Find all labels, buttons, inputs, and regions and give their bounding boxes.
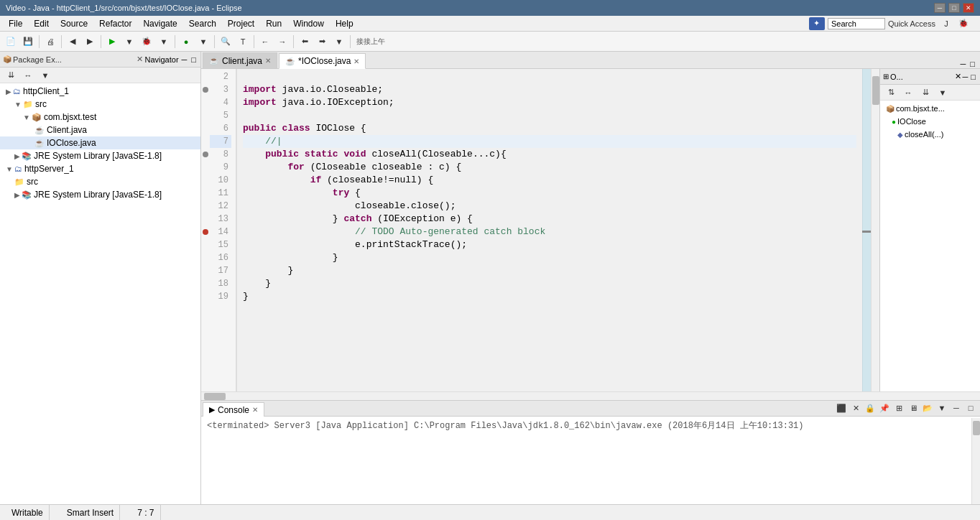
- con-show-console-btn[interactable]: 🖥: [907, 401, 920, 414]
- maximize-left-btn[interactable]: □: [190, 55, 198, 64]
- console-vscroll[interactable]: [971, 418, 980, 504]
- debug-btn[interactable]: 🐞: [139, 34, 154, 50]
- close-left-panel[interactable]: ✕: [137, 55, 143, 64]
- con-scroll-lock-btn[interactable]: 🔒: [864, 401, 877, 414]
- collapse-all-btn[interactable]: ⇊: [3, 68, 19, 83]
- min-right-panel[interactable]: ─: [961, 73, 970, 81]
- code-content[interactable]: import java.io.Closeable; import java.io…: [237, 69, 862, 391]
- con-maximize-btn[interactable]: □: [964, 401, 977, 414]
- tree-item-src2[interactable]: 📁 src: [0, 175, 200, 188]
- tree-item-jre1[interactable]: ▶ 📚 JRE System Library [JavaSE-1.8]: [0, 149, 200, 162]
- menu-run[interactable]: Run: [260, 17, 287, 30]
- pkg-menu-btn[interactable]: ▼: [37, 68, 53, 83]
- sep3: [101, 35, 101, 48]
- tab-ioclosejava[interactable]: ☕ *IOClose.java ✕: [279, 53, 366, 69]
- next-edit-btn[interactable]: →: [274, 34, 290, 50]
- outline-menu-btn[interactable]: ▼: [935, 85, 951, 101]
- con-clear-btn[interactable]: ✕: [849, 401, 862, 414]
- vscroll-thumb[interactable]: [872, 76, 879, 105]
- rt-item-package[interactable]: 📦 com.bjsxt.te...: [880, 102, 980, 115]
- con-minimize-btn[interactable]: ─: [950, 401, 963, 414]
- fwd-btn[interactable]: ➡: [314, 34, 330, 50]
- console-tab-close[interactable]: ✕: [252, 406, 258, 414]
- console-content[interactable]: <terminated> Server3 [Java Application] …: [201, 417, 980, 504]
- max-right-panel[interactable]: □: [969, 73, 977, 81]
- menu-edit[interactable]: Edit: [28, 17, 55, 30]
- outline-sync-btn[interactable]: ↔: [900, 85, 916, 101]
- con-open-console-btn[interactable]: ⊞: [892, 401, 905, 414]
- menu-help[interactable]: Help: [330, 17, 359, 30]
- tree-item-package[interactable]: ▼ 📦 com.bjsxt.test: [0, 111, 200, 124]
- editor-vscroll[interactable]: [871, 69, 879, 391]
- minimize-button[interactable]: ─: [934, 3, 946, 13]
- back-btn[interactable]: ⬅: [297, 34, 313, 50]
- tree-item-httpserver1[interactable]: ▼ 🗂 httpServer_1: [0, 162, 200, 175]
- close-right-panel[interactable]: ✕: [955, 72, 961, 81]
- prev-edit-btn[interactable]: ←: [257, 34, 273, 50]
- outline-sort-btn[interactable]: ⇅: [883, 85, 899, 101]
- client-tab-icon: ☕: [209, 56, 219, 65]
- tab-clientjava[interactable]: ☕ Client.java ✕: [203, 52, 277, 68]
- tree-item-ioclosejava[interactable]: ☕ IOClose.java: [0, 136, 200, 149]
- minimize-left-btn[interactable]: ─: [180, 55, 189, 64]
- debug-next-btn[interactable]: ▶: [82, 34, 98, 50]
- tree-item-jre2[interactable]: ▶ 📚 JRE System Library [JavaSE-1.8]: [0, 188, 200, 201]
- coverage-dropdown[interactable]: ▼: [195, 34, 211, 50]
- run-dropdown[interactable]: ▼: [121, 34, 137, 50]
- ioclose-tab-close[interactable]: ✕: [353, 57, 359, 65]
- close-button[interactable]: ✕: [963, 3, 974, 13]
- minimize-editor-btn[interactable]: ─: [958, 60, 969, 68]
- menu-navigate[interactable]: Navigate: [137, 17, 182, 30]
- tree-item-clientjava[interactable]: ☕ Client.java: [0, 124, 200, 136]
- package-explorer-icon: 📦: [3, 55, 11, 63]
- debug-dropdown[interactable]: ▼: [156, 34, 172, 50]
- print-btn[interactable]: 🖨: [42, 34, 58, 50]
- src2-label: src: [27, 177, 38, 187]
- link-editor-btn[interactable]: ↔: [20, 68, 36, 83]
- menu-project[interactable]: Project: [222, 17, 260, 30]
- rt-item-closeall[interactable]: ◆ closeAll(...): [880, 128, 980, 141]
- menu-refactor[interactable]: Refactor: [93, 17, 137, 30]
- sep1: [39, 35, 40, 48]
- menu-search[interactable]: Search: [183, 17, 222, 30]
- menu-window[interactable]: Window: [287, 17, 330, 30]
- content-area: 📦 Package Ex... ✕ Navigator ─ □ ⇊ ↔ ▼: [0, 52, 980, 504]
- code-line-4: import java.io.IOException;: [243, 96, 856, 109]
- console-vscroll-thumb[interactable]: [973, 421, 980, 435]
- code-line-17: }: [243, 264, 856, 277]
- tree-item-httpclient1[interactable]: ▶ 🗂 httpClient_1: [0, 85, 200, 98]
- breakpoint-14[interactable]: [203, 229, 208, 235]
- coverage-btn[interactable]: ●: [178, 34, 194, 50]
- tab-console[interactable]: ▶ Console ✕: [203, 402, 264, 417]
- con-dropdown-btn[interactable]: ▼: [935, 401, 948, 414]
- outline-collapse-btn[interactable]: ⇊: [917, 85, 933, 101]
- open-type-btn[interactable]: T: [235, 34, 251, 50]
- con-pin-btn[interactable]: 📌: [878, 401, 891, 414]
- rt-item-ioclose[interactable]: ● IOClose: [880, 115, 980, 128]
- new-btn[interactable]: 📄: [3, 34, 19, 50]
- menu-file[interactable]: File: [3, 17, 28, 30]
- search-btn2[interactable]: 🔍: [218, 34, 234, 50]
- left-panel: 📦 Package Ex... ✕ Navigator ─ □ ⇊ ↔ ▼: [0, 52, 201, 504]
- folder-icon-src1: 📁: [23, 100, 33, 109]
- con-stop-btn[interactable]: ⬛: [835, 401, 848, 414]
- linenum-7: 7: [210, 135, 231, 148]
- fwd-dropdown[interactable]: ▼: [331, 34, 347, 50]
- editor-hscroll[interactable]: [201, 391, 980, 400]
- save-btn[interactable]: 💾: [20, 34, 36, 50]
- code-line-9: for (Closeable closeable : c) {: [243, 161, 856, 174]
- run-btn[interactable]: ▶: [104, 34, 120, 50]
- tree-item-src1[interactable]: ▼ 📁 src: [0, 98, 200, 111]
- title-bar: Video - Java - httpClient_1/src/com/bjsx…: [0, 0, 980, 16]
- client-tab-close[interactable]: ✕: [265, 57, 271, 65]
- maximize-editor-btn[interactable]: □: [968, 60, 977, 68]
- hscroll-thumb[interactable]: [204, 393, 226, 400]
- quick-access-input[interactable]: Search: [828, 18, 885, 29]
- menu-source[interactable]: Source: [55, 17, 93, 30]
- debug-perspective-btn[interactable]: 🐞: [956, 16, 971, 32]
- java-perspective-btn[interactable]: J: [938, 16, 954, 32]
- maximize-button[interactable]: □: [948, 3, 960, 13]
- navigator-label[interactable]: Navigator: [144, 55, 178, 64]
- con-open-file-btn[interactable]: 📂: [921, 401, 934, 414]
- debug-prev-btn[interactable]: ◀: [65, 34, 80, 50]
